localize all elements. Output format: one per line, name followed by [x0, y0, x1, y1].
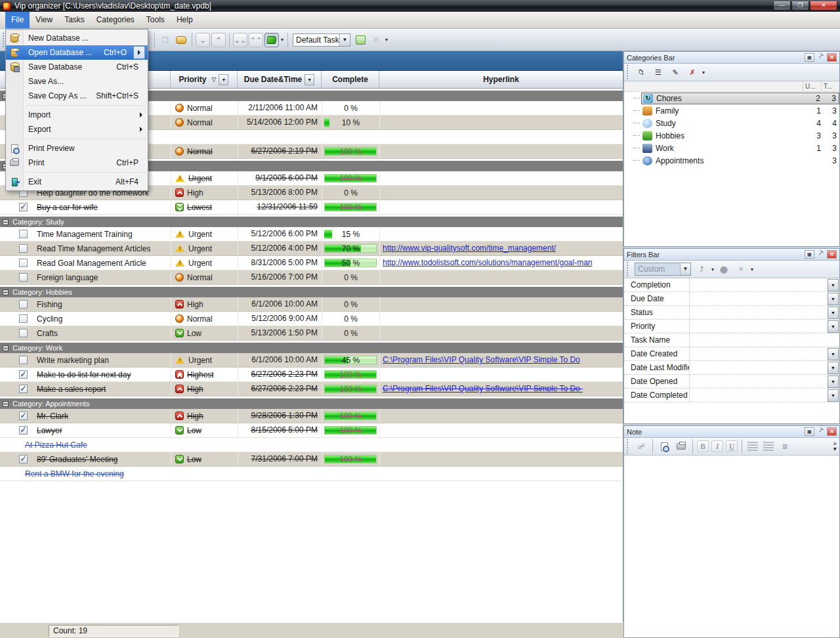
note-toolbar-overflow[interactable]: »▾ — [833, 441, 837, 452]
task-checkbox[interactable] — [19, 426, 28, 435]
task-name[interactable]: 89' Graduates' Meeting — [34, 455, 171, 464]
filter-dropdown-icon[interactable]: ▼ — [828, 375, 839, 388]
file-menu-item[interactable]: Print Preview — [6, 141, 148, 156]
task-row[interactable]: Lawyer Low 8/15/2006 5:00 PM 100 % — [0, 423, 623, 438]
note-restore-icon[interactable]: ▣ — [805, 427, 814, 436]
task-template-combo[interactable]: Default Task ▼ — [293, 33, 350, 47]
task-name[interactable]: Time Management Training — [34, 230, 171, 239]
category-group-header[interactable]: Category: Work — [0, 343, 623, 353]
note-close-icon[interactable]: ✕ — [827, 427, 837, 436]
combo-dropdown-icon[interactable]: ▼ — [339, 34, 350, 46]
task-name[interactable]: Make a sales report — [34, 385, 171, 394]
task-checkbox[interactable] — [19, 356, 28, 364]
filters-toolbar-caret[interactable]: ▾ — [751, 266, 753, 272]
menu-file[interactable]: File — [5, 12, 30, 28]
clear-filter-icon[interactable]: ⬤ — [717, 263, 730, 275]
categories-toolbar-grip[interactable] — [627, 65, 630, 79]
filter-dropdown-icon[interactable]: ▼ — [828, 389, 839, 402]
uncompleted-column-header[interactable]: U... — [803, 81, 821, 91]
category-tree-item[interactable]: Hobbies 3 3 — [624, 129, 839, 142]
file-menu-item[interactable]: Open Database ... Ctrl+O — [6, 45, 148, 60]
note-print-icon[interactable] — [675, 440, 688, 452]
hint-icon[interactable] — [174, 33, 188, 47]
categories-restore-icon[interactable]: ▣ — [805, 53, 814, 62]
task-checkbox[interactable] — [19, 385, 28, 393]
due-date-column-header[interactable]: Due Date&Time ▼ — [238, 71, 322, 88]
edit-category-icon[interactable]: ✎ — [669, 66, 682, 78]
file-menu-item[interactable]: Export — [6, 122, 148, 137]
note-pin-icon[interactable]: ⊤ — [816, 427, 826, 436]
task-checkbox[interactable] — [19, 273, 28, 282]
file-menu-item[interactable]: Save As... — [6, 74, 148, 89]
bullet-list-icon[interactable]: ≣ — [778, 440, 791, 452]
complete-column-header[interactable]: Complete — [322, 71, 379, 88]
task-row[interactable]: Fishing High 6/1/2006 10:00 AM 0 % — [0, 297, 623, 312]
category-tree-item[interactable]: Work 1 3 — [624, 142, 839, 154]
attach-icon[interactable]: ❐ — [158, 33, 173, 47]
note-toolbar-grip[interactable] — [627, 439, 630, 454]
menu-tools[interactable]: Tools — [140, 12, 171, 28]
task-checkbox[interactable] — [19, 370, 28, 379]
save-filter-icon[interactable]: ⤴ — [695, 263, 708, 275]
file-menu-item[interactable]: Save Copy As ... Shift+Ctrl+S — [6, 89, 148, 103]
categories-pin-icon[interactable]: ⊤ — [816, 53, 826, 62]
delete-category-icon[interactable]: ✗ — [686, 66, 699, 78]
task-name[interactable]: Lawyer — [34, 426, 171, 435]
toolbar-overflow-caret[interactable]: ▾ — [385, 37, 388, 43]
task-name[interactable]: Read Time Management Articles — [34, 244, 171, 253]
categories-toolbar-caret[interactable]: ▾ — [702, 70, 705, 75]
category-group-header[interactable]: Category: Study — [0, 217, 623, 227]
filters-toolbar-grip[interactable] — [627, 262, 630, 276]
task-row[interactable]: Make a sales report High 6/27/2006 2:23 … — [0, 382, 623, 396]
task-checkbox[interactable] — [19, 455, 28, 463]
task-hyperlink[interactable]: C:\Program Files\VIP Quality Software\VI… — [383, 355, 580, 364]
move-up-icon[interactable]: ⌃ — [211, 33, 226, 47]
underline-button[interactable]: U — [726, 440, 738, 452]
task-row[interactable]: Make to do list for next day Highest 6/2… — [0, 368, 623, 382]
file-menu-item[interactable]: Save Database Ctrl+S — [6, 60, 148, 74]
filter-dropdown-icon[interactable]: ▼ — [828, 279, 839, 291]
file-menu-item[interactable]: Import — [6, 108, 148, 122]
task-name[interactable]: Foreign language — [34, 273, 171, 282]
filters-pin-icon[interactable]: ⊤ — [816, 250, 826, 259]
file-menu-item[interactable]: Print Ctrl+P — [6, 156, 148, 170]
task-row[interactable]: 89' Graduates' Meeting Low 7/31/2006 7:0… — [0, 452, 623, 467]
task-row[interactable]: Time Management Training Urgent 5/12/200… — [0, 227, 623, 242]
new-category-icon[interactable]: 📁︎ — [635, 66, 648, 78]
task-row[interactable]: Cycling Normal 5/12/2006 9:00 AM 0 % — [0, 312, 623, 326]
task-checkbox[interactable] — [19, 329, 28, 337]
category-tree-item[interactable]: ↻ Chores 2 3 — [624, 92, 839, 104]
delete-template-icon[interactable]: ✕ — [369, 33, 383, 47]
task-name[interactable]: Buy a car for wife — [34, 203, 171, 212]
align-left-icon[interactable] — [747, 442, 758, 451]
insert-hyperlink-icon[interactable]: ☍ — [635, 440, 648, 452]
category-tree-item[interactable]: Family 1 3 — [624, 104, 839, 117]
filter-dropdown-icon[interactable]: ▼ — [828, 362, 839, 374]
filter-preset-dropdown-icon[interactable]: ▼ — [680, 263, 690, 275]
task-name[interactable]: Make to do list for next day — [34, 370, 171, 379]
category-tree-item[interactable]: Study 4 4 — [624, 117, 839, 129]
total-column-header[interactable]: T... — [821, 81, 839, 91]
task-note-row[interactable]: Rent a BMW for the evening — [0, 467, 623, 481]
bold-button[interactable]: B — [697, 440, 709, 452]
category-group-header[interactable]: Category: Hobbies — [0, 287, 623, 297]
menu-tasks[interactable]: Tasks — [58, 12, 91, 28]
task-row[interactable]: Crafts Low 5/13/2006 1:50 PM 0 % — [0, 326, 623, 341]
move-down-icon[interactable]: ⌄ — [196, 33, 210, 47]
filter-dropdown-icon[interactable]: ▼ — [828, 293, 839, 305]
toggle-dropdown-caret[interactable]: ▾ — [281, 37, 284, 43]
task-row[interactable]: Write marketing plan Urgent 6/1/2006 10:… — [0, 353, 623, 368]
collapse-group-icon[interactable] — [3, 219, 9, 225]
file-menu-item[interactable]: New Database ... — [6, 31, 148, 45]
categories-close-icon[interactable]: ✕ — [827, 53, 837, 62]
task-checkbox[interactable] — [19, 259, 28, 267]
close-button[interactable]: ✕ — [810, 1, 837, 11]
filters-restore-icon[interactable]: ▣ — [805, 250, 814, 259]
task-hyperlink[interactable]: http://www.vip-qualitysoft.com/time_mana… — [383, 244, 556, 253]
task-checkbox[interactable] — [19, 203, 28, 211]
note-content[interactable] — [624, 456, 839, 632]
file-menu-item[interactable]: Exit Alt+F4 — [6, 175, 148, 189]
delete-filter-icon[interactable]: ✕ — [734, 263, 747, 275]
task-row[interactable]: Read Time Management Articles Urgent 5/1… — [0, 242, 623, 256]
task-name[interactable]: Fishing — [34, 300, 171, 309]
